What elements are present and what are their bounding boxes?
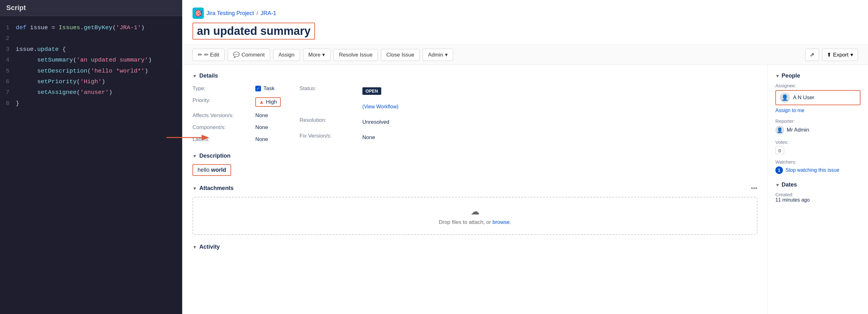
description-plain-text: hello bbox=[197, 167, 211, 173]
code-line-7: 7 setAssignee('anuser') bbox=[0, 87, 182, 98]
code-area: 1 def issue = Issues.getByKey('JRA-1') 2… bbox=[0, 16, 182, 314]
details-section-title: Details bbox=[199, 72, 218, 79]
reporter-name: Mr Admin bbox=[787, 127, 809, 133]
stop-watching-link[interactable]: Stop watching this issue bbox=[785, 167, 839, 173]
export-icon: ⬆ bbox=[827, 52, 831, 58]
details-chevron-icon: ▼ bbox=[192, 73, 197, 78]
reporter-row: 👤 Mr Admin bbox=[775, 126, 861, 134]
created-value: 11 minutes ago bbox=[775, 197, 861, 203]
line-num-1: 1 bbox=[0, 23, 16, 32]
edit-icon: ✏ bbox=[198, 52, 202, 58]
component-label: Component/s: bbox=[192, 123, 255, 132]
status-value: OPEN bbox=[363, 84, 399, 98]
workflow-link[interactable]: (View Workflow) bbox=[363, 101, 399, 113]
dates-section: ▼ Dates Created: 11 minutes ago bbox=[775, 182, 861, 203]
assignee-label: Assignee: bbox=[775, 83, 861, 88]
close-issue-label: Close Issue bbox=[386, 52, 414, 58]
assign-to-me-link[interactable]: Assign to me bbox=[775, 108, 861, 113]
admin-button[interactable]: Admin ▾ bbox=[423, 49, 453, 61]
issue-title: an updated summary bbox=[192, 23, 315, 39]
affects-label: Affects Version/s: bbox=[192, 111, 255, 120]
details-right-grid: Status: OPEN (View Workflow) Resolution:… bbox=[300, 84, 399, 144]
resolution-value: Unresolved bbox=[363, 116, 399, 128]
more-chevron-icon: ▾ bbox=[322, 52, 325, 58]
resolve-label: Resolve Issue bbox=[339, 52, 372, 58]
drop-text: Drop files to attach, or bbox=[439, 219, 492, 225]
activity-section-title: Activity bbox=[199, 244, 220, 250]
votes-label: Votes: bbox=[775, 139, 861, 145]
line-num-5: 5 bbox=[0, 66, 16, 76]
workflow-label bbox=[300, 101, 363, 113]
resolution-label: Resolution: bbox=[300, 116, 363, 128]
edit-button[interactable]: ✏ ✏ Edit bbox=[192, 49, 224, 61]
edit-label: ✏ Edit bbox=[204, 52, 219, 58]
labels-value: None bbox=[255, 135, 281, 144]
cloud-upload-icon: ☁ bbox=[202, 206, 748, 217]
attachments-more-button[interactable]: ••• bbox=[751, 185, 757, 192]
issue-body: ▼ Details Type: ✓ Task Priority: bbox=[182, 65, 868, 314]
export-button[interactable]: ⬆ Export ▾ bbox=[822, 49, 858, 61]
description-bold-text: world bbox=[211, 167, 226, 173]
description-section: ▼ Description hello world bbox=[192, 153, 757, 176]
breadcrumb-row: 🎯 Jira Testing Project / JRA-1 bbox=[192, 7, 858, 19]
dates-section-title: ▼ Dates bbox=[775, 182, 861, 188]
details-section: ▼ Details Type: ✓ Task Priority: bbox=[192, 72, 757, 144]
priority-label: Priority: bbox=[192, 96, 255, 108]
type-value: ✓ Task bbox=[255, 84, 281, 93]
watchers-row: 1 Stop watching this issue bbox=[775, 166, 861, 174]
activity-chevron-icon: ▼ bbox=[192, 245, 197, 250]
line-code-7: setAssignee('anuser') bbox=[16, 88, 113, 97]
export-label: Export bbox=[833, 52, 848, 58]
description-chevron-icon: ▼ bbox=[192, 154, 197, 159]
priority-badge: ▲ High bbox=[255, 97, 281, 107]
details-section-header[interactable]: ▼ Details bbox=[192, 72, 757, 79]
people-section-title: ▼ People bbox=[775, 72, 861, 79]
line-code-2 bbox=[16, 34, 19, 43]
more-button[interactable]: More ▾ bbox=[303, 49, 331, 61]
admin-chevron-icon: ▾ bbox=[445, 52, 448, 58]
labels-label: Labels: bbox=[192, 135, 255, 144]
line-num-6: 6 bbox=[0, 77, 16, 86]
project-icon: 🎯 bbox=[192, 7, 204, 19]
line-num-3: 3 bbox=[0, 44, 16, 54]
assignee-box: 👤 A N User bbox=[775, 90, 861, 105]
attachment-drop-zone[interactable]: ☁ Drop files to attach, or browse. bbox=[192, 197, 757, 235]
code-line-4: 4 setSummary('an updated summary') bbox=[0, 55, 182, 65]
breadcrumb-issue-key[interactable]: JRA-1 bbox=[261, 10, 276, 17]
line-code-3: issue.update { bbox=[16, 44, 66, 54]
watchers-label: Watchers: bbox=[775, 159, 861, 164]
resolve-button[interactable]: Resolve Issue bbox=[334, 49, 378, 61]
issue-main: ▼ Details Type: ✓ Task Priority: bbox=[182, 65, 768, 314]
line-code-6: setPriority('High') bbox=[16, 77, 105, 86]
affects-value: None bbox=[255, 111, 281, 120]
breadcrumb-project[interactable]: Jira Testing Project bbox=[206, 10, 254, 17]
assign-button[interactable]: Assign bbox=[273, 49, 300, 61]
reporter-label: Reporter: bbox=[775, 118, 861, 124]
status-badge: OPEN bbox=[363, 87, 381, 95]
comment-button[interactable]: 💬 Comment bbox=[228, 49, 270, 61]
line-code-5: setDescription('hello *world*') bbox=[16, 66, 148, 76]
attachments-section-header[interactable]: ▼ Attachments ••• bbox=[192, 185, 757, 192]
code-line-2: 2 bbox=[0, 33, 182, 44]
activity-section-header[interactable]: ▼ Activity bbox=[192, 244, 757, 250]
admin-label: Admin bbox=[428, 52, 443, 58]
people-chevron-icon: ▼ bbox=[775, 73, 780, 78]
line-code-1: def issue = Issues.getByKey('JRA-1') bbox=[16, 23, 145, 32]
script-panel-title: Script bbox=[0, 0, 182, 16]
browse-link[interactable]: browse bbox=[492, 219, 510, 225]
comment-icon: 💬 bbox=[233, 52, 240, 58]
line-code-4: setSummary('an updated summary') bbox=[16, 55, 152, 65]
line-num-8: 8 bbox=[0, 99, 16, 108]
dates-chevron-icon: ▼ bbox=[775, 182, 780, 187]
attachments-chevron-icon: ▼ bbox=[192, 186, 197, 191]
close-issue-button[interactable]: Close Issue bbox=[381, 49, 420, 61]
line-num-2: 2 bbox=[0, 34, 16, 43]
browse-suffix: . bbox=[510, 219, 511, 225]
code-line-3: 3 issue.update { bbox=[0, 44, 182, 55]
breadcrumb-separator: / bbox=[256, 10, 258, 17]
created-label: Created: bbox=[775, 192, 861, 197]
line-num-4: 4 bbox=[0, 55, 16, 65]
attachments-section: ▼ Attachments ••• ☁ Drop files to attach… bbox=[192, 185, 757, 235]
share-button[interactable]: ⇗ bbox=[805, 49, 819, 61]
description-section-header[interactable]: ▼ Description bbox=[192, 153, 757, 159]
